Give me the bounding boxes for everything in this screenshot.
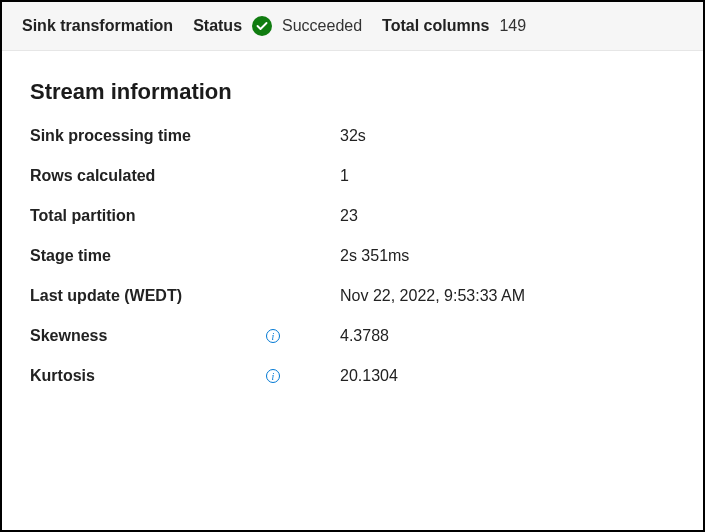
info-label-wrap: Rows calculated: [30, 167, 340, 185]
info-label-wrap: Skewnessi: [30, 327, 340, 345]
info-label: Sink processing time: [30, 127, 191, 145]
header-bar: Sink transformation Status Succeeded Tot…: [2, 2, 703, 51]
info-label: Total partition: [30, 207, 135, 225]
status-value: Succeeded: [282, 17, 362, 35]
section-title: Stream information: [30, 79, 675, 105]
info-row: Total partition23: [30, 207, 675, 225]
info-row: Last update (WEDT)Nov 22, 2022, 9:53:33 …: [30, 287, 675, 305]
status-group: Status Succeeded: [193, 16, 362, 36]
info-label-wrap: Kurtosisi: [30, 367, 340, 385]
transformation-type: Sink transformation: [22, 17, 173, 35]
info-value: 23: [340, 207, 675, 225]
info-row: Kurtosisi20.1304: [30, 367, 675, 385]
info-value: 1: [340, 167, 675, 185]
columns-label: Total columns: [382, 17, 489, 35]
info-label-wrap: Stage time: [30, 247, 340, 265]
info-icon[interactable]: i: [266, 329, 280, 343]
info-row: Stage time2s 351ms: [30, 247, 675, 265]
info-row: Skewnessi4.3788: [30, 327, 675, 345]
info-value: Nov 22, 2022, 9:53:33 AM: [340, 287, 675, 305]
info-label: Stage time: [30, 247, 111, 265]
info-label: Last update (WEDT): [30, 287, 182, 305]
columns-group: Total columns 149: [382, 17, 526, 35]
status-label: Status: [193, 17, 242, 35]
success-check-icon: [252, 16, 272, 36]
info-label: Rows calculated: [30, 167, 155, 185]
info-icon[interactable]: i: [266, 369, 280, 383]
info-value: 2s 351ms: [340, 247, 675, 265]
info-rows-container: Sink processing time32sRows calculated1T…: [30, 127, 675, 385]
transformation-label: Sink transformation: [22, 17, 173, 35]
info-label-wrap: Total partition: [30, 207, 340, 225]
info-label: Skewness: [30, 327, 107, 345]
info-label: Kurtosis: [30, 367, 95, 385]
content-area: Stream information Sink processing time3…: [2, 51, 703, 427]
info-value: 4.3788: [340, 327, 675, 345]
info-label-wrap: Sink processing time: [30, 127, 340, 145]
info-row: Sink processing time32s: [30, 127, 675, 145]
info-value: 20.1304: [340, 367, 675, 385]
info-row: Rows calculated1: [30, 167, 675, 185]
info-label-wrap: Last update (WEDT): [30, 287, 340, 305]
columns-value: 149: [499, 17, 526, 35]
info-value: 32s: [340, 127, 675, 145]
